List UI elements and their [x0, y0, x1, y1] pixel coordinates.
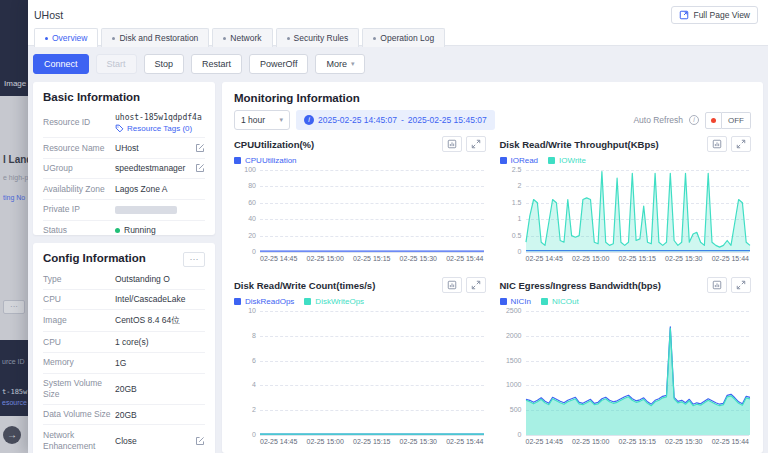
fullscreen-button[interactable]: [731, 277, 751, 293]
restart-button[interactable]: Restart: [191, 54, 242, 74]
expand-icon: [736, 139, 746, 149]
value-text: Lagos Zone A: [115, 184, 167, 194]
fullscreen-button[interactable]: [466, 277, 486, 293]
x-tick-label: 02-25 15:15: [353, 255, 390, 265]
panel-header: UHost Full Page View OverviewDisk and Re…: [28, 0, 768, 46]
x-tick-labels: 02-25 14:4502-25 15:0002-25 15:1502-25 1…: [526, 438, 750, 448]
stop-button[interactable]: Stop: [144, 54, 185, 74]
time-range-display[interactable]: i 2025-02-25 14:45:07 - 2025-02-25 15:45…: [296, 110, 495, 130]
info-row: Data Volume Size20GB: [43, 405, 205, 426]
charts-grid: CPUUtilization(%)CPUUtilization100806040…: [234, 136, 751, 448]
auto-refresh-toggle[interactable]: OFF: [705, 112, 751, 129]
chart-nic-egress-ingress-bandwidth-bps: NIC Egress/Ingress Bandwidth(bps)NICInNI…: [500, 277, 752, 448]
table-icon: [712, 280, 722, 290]
chart-data-button[interactable]: [442, 277, 462, 293]
x-tick-label: 02-25 15:44: [446, 255, 483, 265]
help-icon[interactable]: i: [689, 115, 699, 125]
info-row: Network EnhancementClose: [43, 425, 205, 453]
info-row: Private IP: [43, 200, 205, 221]
resource-tags-link[interactable]: Resource Tags (0): [115, 124, 192, 133]
row-value: 20GB: [115, 410, 205, 420]
gridline: [260, 252, 484, 253]
x-tick-label: 02-25 14:45: [526, 438, 563, 448]
chart-cpuutilization: CPUUtilization(%)CPUUtilization100806040…: [234, 136, 486, 265]
y-tick-label: 2500: [500, 307, 522, 314]
info-row: ImageCentOS 8.4 64位: [43, 310, 205, 332]
more-button[interactable]: More▾: [315, 54, 365, 74]
y-tick-label: 20: [234, 232, 256, 239]
auto-refresh-state: OFF: [722, 112, 751, 129]
legend-item: NICIn: [500, 297, 531, 306]
x-tick-labels: 02-25 14:4502-25 15:0002-25 15:1502-25 1…: [260, 438, 484, 448]
full-page-view-button[interactable]: Full Page View: [671, 6, 758, 24]
config-more-options-button[interactable]: ···: [183, 252, 205, 267]
info-row: Availability ZoneLagos Zone A: [43, 179, 205, 200]
tab-security-rules[interactable]: Security Rules: [276, 28, 360, 47]
row-label: Resource ID: [43, 117, 115, 128]
button-label: Restart: [202, 59, 231, 69]
tab-operation-log[interactable]: Operation Log: [362, 28, 445, 47]
legend-swatch-icon: [541, 298, 548, 305]
tab-disk-and-restoration[interactable]: Disk and Restoration: [101, 28, 209, 47]
edit-icon[interactable]: [195, 143, 205, 153]
monitoring-card: Monitoring Information 1 hour ▾ i 2025-0…: [222, 82, 763, 453]
x-tick-label: 02-25 15:00: [572, 438, 609, 448]
legend-label: IOWrite: [559, 156, 586, 165]
x-tick-label: 02-25 15:44: [712, 438, 749, 448]
row-label: Private IP: [43, 204, 115, 215]
row-value: 20GB: [115, 384, 205, 394]
x-tick-label: 02-25 15:44: [712, 255, 749, 265]
fullscreen-button[interactable]: [466, 136, 486, 152]
chart-title: Disk Read/Write Throughput(KBps): [500, 139, 659, 150]
legend-label: DiskReadOps: [245, 297, 294, 306]
fullscreen-button[interactable]: [731, 136, 751, 152]
chart-data-button[interactable]: [707, 136, 727, 152]
y-tick-label: 8: [234, 332, 256, 339]
row-label: Resource Name: [43, 143, 115, 154]
row-label: Availability Zone: [43, 184, 115, 195]
tab-dot-icon: [287, 37, 290, 40]
legend-swatch-icon: [500, 298, 507, 305]
chart-legend: CPUUtilization: [234, 154, 486, 167]
monitoring-title: Monitoring Information: [234, 92, 751, 104]
x-tick-label: 02-25 15:00: [307, 255, 344, 265]
chart-plot: 2.521.510.50: [526, 170, 750, 252]
legend-swatch-icon: [234, 298, 241, 305]
y-tick-label: 0.5: [500, 232, 522, 239]
button-label: Connect: [44, 59, 78, 69]
row-label: Data Volume Size: [43, 409, 115, 420]
value-text: Intel/CascadeLake: [115, 294, 185, 304]
row-value: 1 core(s): [115, 337, 205, 347]
gridline: [526, 252, 750, 253]
tab-label: Security Rules: [294, 33, 349, 43]
y-tick-label: 80: [234, 182, 256, 189]
status-text: Running: [124, 225, 156, 235]
connect-button[interactable]: Connect: [33, 54, 89, 74]
tab-dot-icon: [223, 37, 226, 40]
row-label: System Volume Size: [43, 378, 115, 399]
external-link-icon: [679, 10, 689, 20]
time-range-select-value: 1 hour: [241, 115, 265, 125]
tab-network[interactable]: Network: [212, 28, 272, 47]
x-tick-label: 02-25 14:45: [260, 255, 297, 265]
row-label: Type: [43, 274, 115, 285]
chart-data-button[interactable]: [707, 277, 727, 293]
y-tick-label: 0: [500, 431, 522, 438]
full-page-view-label: Full Page View: [693, 10, 750, 20]
edit-icon[interactable]: [195, 163, 205, 173]
refresh-indicator-icon: [705, 112, 722, 129]
chart-data-button[interactable]: [442, 136, 462, 152]
tab-overview[interactable]: Overview: [34, 28, 98, 47]
poweroff-button[interactable]: PowerOff: [249, 54, 308, 74]
x-tick-label: 02-25 14:45: [260, 438, 297, 448]
row-value: Close: [115, 436, 195, 446]
row-value: Running: [115, 225, 205, 235]
time-range-select[interactable]: 1 hour ▾: [234, 110, 290, 130]
chart-icon-buttons: [442, 136, 486, 152]
value-text: 1 core(s): [115, 337, 149, 347]
x-tick-label: 02-25 15:30: [665, 255, 702, 265]
config-info-title: Config Information: [43, 252, 146, 264]
action-toolbar: ConnectStartStopRestartPowerOffMore▾: [33, 54, 365, 74]
legend-swatch-icon: [304, 298, 311, 305]
edit-icon[interactable]: [195, 436, 205, 446]
